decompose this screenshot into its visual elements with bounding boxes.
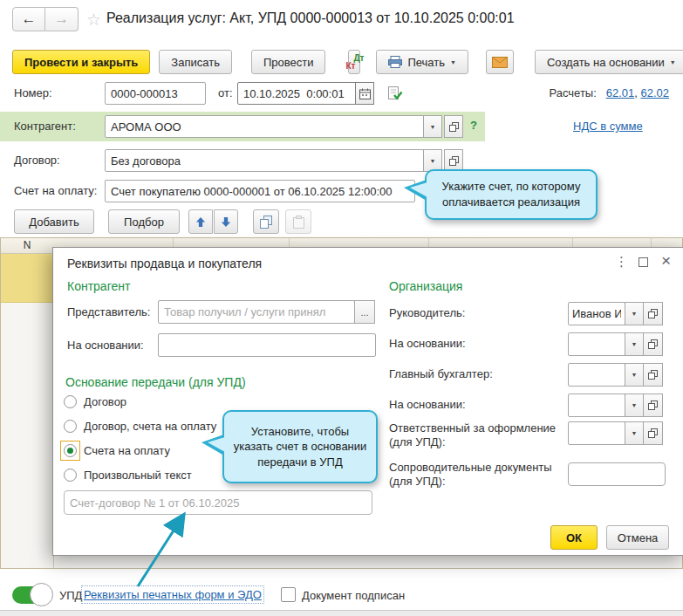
- print-forms-edo-link[interactable]: Реквизиты печатных форм и ЭДО: [84, 588, 262, 601]
- responsible-dropdown-button[interactable]: ▼: [625, 421, 644, 445]
- open-link-icon: [648, 428, 658, 438]
- paste-button[interactable]: [285, 209, 311, 234]
- radio-label: Договор: [84, 395, 126, 408]
- invoice-tooltip-text: Укажите счет, по которому оплачивается р…: [434, 179, 589, 209]
- close-icon[interactable]: ×: [661, 251, 671, 270]
- settlements-account-link-1[interactable]: 62.01: [606, 86, 635, 99]
- write-button[interactable]: Записать: [159, 50, 232, 74]
- accountant-dropdown-button[interactable]: ▼: [625, 363, 644, 387]
- radio-label: Договор, счета на оплату: [84, 420, 216, 433]
- forward-icon[interactable]: →: [45, 7, 79, 31]
- radio-icon[interactable]: [64, 420, 77, 433]
- accompanying-docs-input[interactable]: [568, 462, 666, 486]
- move-down-button[interactable]: [214, 209, 238, 234]
- copy-button[interactable]: [253, 209, 279, 234]
- seller-buyer-details-dialog: Реквизиты продавца и покупателя ⋮ × Конт…: [52, 247, 683, 556]
- more-menu-icon[interactable]: ⋮: [615, 254, 628, 270]
- org-row-label: Руководитель:: [389, 306, 465, 319]
- head-of-org-input[interactable]: [568, 302, 625, 325]
- radio-icon[interactable]: [64, 469, 77, 482]
- radio-option-contract-invoices[interactable]: Договор, счета на оплату: [64, 419, 216, 434]
- chevron-down-icon: ▼: [632, 402, 638, 408]
- accountant-basis-dropdown-button[interactable]: ▼: [625, 394, 644, 417]
- open-link-icon: [449, 156, 459, 166]
- open-link-icon: [648, 370, 658, 380]
- settlements-account-link-2[interactable]: 62.02: [640, 86, 669, 99]
- invoice-label: Счет на оплату:: [14, 184, 97, 197]
- number-label: Номер:: [14, 86, 52, 99]
- toggle-knob[interactable]: [30, 583, 53, 606]
- contract-input[interactable]: [105, 149, 424, 172]
- responsible-input[interactable]: [568, 421, 625, 445]
- counterparty-dropdown-button[interactable]: ▼: [423, 115, 442, 138]
- dtkt-postings-button[interactable]: Дт Кт: [348, 50, 360, 74]
- contract-label: Договор:: [14, 154, 60, 167]
- radio-option-invoices[interactable]: Счета на оплату: [64, 443, 170, 458]
- pick-button[interactable]: Подбор: [108, 209, 180, 234]
- radio-tooltip-text: Установите, чтобы указать счет в основан…: [231, 424, 369, 470]
- number-input[interactable]: [105, 82, 206, 105]
- upd-label: УПД: [59, 589, 82, 602]
- ok-button[interactable]: ОК: [550, 525, 598, 550]
- accountant-basis-open-button[interactable]: [643, 394, 663, 417]
- representative-ellipsis-button[interactable]: ...: [354, 300, 375, 324]
- focus-rectangle: [60, 441, 80, 461]
- calendar-button[interactable]: [355, 82, 374, 105]
- radio-icon[interactable]: [64, 395, 77, 408]
- radio-label: Счета на оплату: [84, 444, 170, 457]
- signed-checkbox[interactable]: [281, 587, 296, 602]
- counterparty-section-header: Контрагент: [67, 279, 130, 293]
- signed-label: Документ подписан: [302, 589, 405, 602]
- counterparty-label: Контрагент:: [14, 120, 76, 133]
- help-icon[interactable]: ?: [470, 119, 477, 132]
- representative-basis-label: На основании:: [67, 339, 144, 352]
- number-row: Номер: от: Расчеты:: [0, 82, 683, 106]
- vat-in-amount-link[interactable]: НДС в сумме: [573, 120, 643, 133]
- chevron-down-icon: ▼: [430, 124, 436, 130]
- head-open-button[interactable]: [643, 302, 663, 325]
- accompanying-docs-label: Сопроводительные документы (для УПД):: [389, 461, 563, 489]
- arrow-up-icon: [195, 216, 206, 228]
- counterparty-input[interactable]: [105, 115, 424, 138]
- settlements-label: Расчеты:: [549, 86, 596, 99]
- radio-label: Произвольный текст: [84, 469, 192, 482]
- head-dropdown-button[interactable]: ▼: [625, 302, 644, 325]
- responsible-label: Ответственный за оформление (для УПД):: [389, 421, 563, 450]
- radio-option-contract[interactable]: Договор: [64, 394, 126, 409]
- representative-basis-input[interactable]: [158, 333, 376, 357]
- radio-option-free-text[interactable]: Произвольный текст: [64, 468, 192, 483]
- page-title: Реализация услуг: Акт, УПД 0000-000013 о…: [106, 10, 515, 26]
- document-posted-icon[interactable]: [387, 86, 403, 104]
- open-link-icon: [449, 122, 459, 132]
- date-input[interactable]: [237, 82, 356, 105]
- cancel-button[interactable]: Отмена: [606, 525, 669, 550]
- move-up-button[interactable]: [188, 209, 213, 234]
- representative-input[interactable]: [158, 300, 355, 324]
- responsible-open-button[interactable]: [643, 421, 663, 445]
- head-basis-dropdown-button[interactable]: ▼: [625, 332, 644, 356]
- chevron-down-icon: ▼: [632, 341, 638, 347]
- head-basis-input[interactable]: [568, 332, 625, 356]
- chief-accountant-input[interactable]: [568, 363, 625, 387]
- representative-label: Представитель:: [67, 305, 150, 318]
- email-button[interactable]: [486, 50, 514, 74]
- accountant-open-button[interactable]: [643, 363, 663, 387]
- calendar-icon: [359, 88, 371, 99]
- add-button[interactable]: Добавить: [14, 209, 94, 234]
- ellipsis-icon: ...: [360, 307, 368, 318]
- upd-toggle[interactable]: [12, 586, 49, 604]
- back-icon[interactable]: ←: [12, 7, 45, 31]
- org-row-label: На основании:: [389, 337, 466, 350]
- post-button[interactable]: Провести: [251, 50, 326, 74]
- head-basis-open-button[interactable]: [643, 332, 663, 356]
- maximize-icon[interactable]: [639, 257, 648, 267]
- favorite-star-icon[interactable]: ☆: [86, 10, 101, 30]
- transfer-basis-text-input[interactable]: [64, 490, 372, 515]
- print-button[interactable]: Печать ▼: [376, 50, 468, 74]
- accountant-basis-input[interactable]: [568, 394, 625, 417]
- post-and-close-button[interactable]: Провести и закрыть: [12, 50, 150, 74]
- create-on-basis-button[interactable]: Создать на основании ▼: [535, 50, 683, 74]
- invoice-input[interactable]: [105, 180, 415, 202]
- counterparty-open-button[interactable]: [444, 115, 463, 138]
- window-bottom-edge: [0, 610, 683, 616]
